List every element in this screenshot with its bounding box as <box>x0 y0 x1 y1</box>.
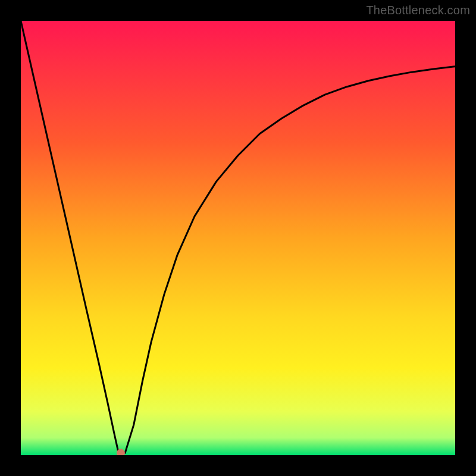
chart-frame: TheBottleneck.com <box>0 0 476 476</box>
gradient-bg <box>21 21 455 455</box>
chart-svg <box>21 21 455 455</box>
watermark-text: TheBottleneck.com <box>366 4 470 17</box>
plot-area <box>21 21 455 455</box>
